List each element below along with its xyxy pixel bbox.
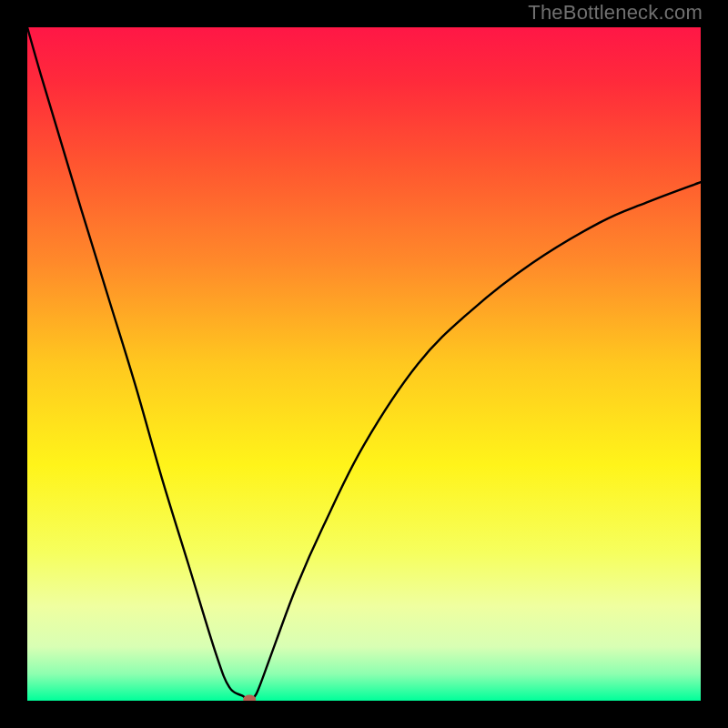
watermark-label: TheBottleneck.com	[528, 1, 703, 25]
plot-area	[27, 27, 701, 701]
chart-stage: TheBottleneck.com	[0, 0, 728, 728]
bottleneck-curve-path	[27, 27, 701, 700]
curve-layer	[27, 27, 701, 701]
